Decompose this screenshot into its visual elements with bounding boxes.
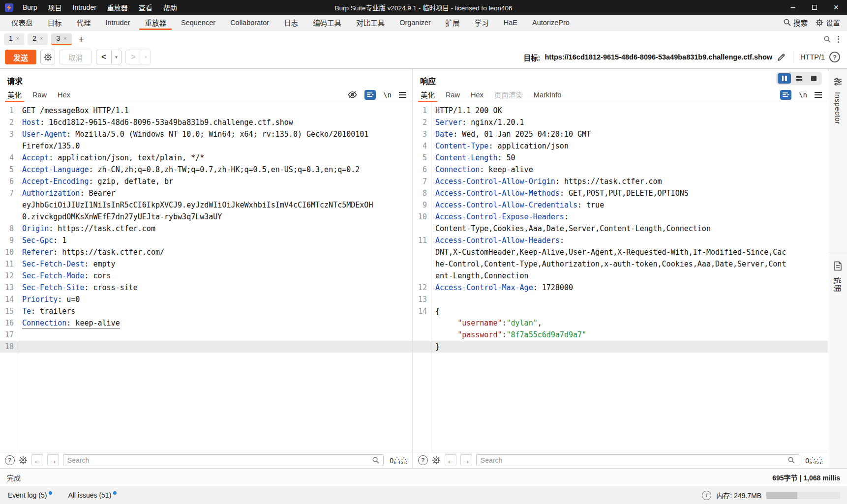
view-tab-美化[interactable]: 美化 — [415, 88, 440, 102]
show-newlines-icon[interactable]: \n — [383, 91, 392, 99]
line-number: 4 — [413, 140, 431, 152]
menu-item-Burp[interactable]: Burp — [17, 3, 43, 11]
code-line: 17 — [0, 329, 412, 341]
view-tab-Raw[interactable]: Raw — [440, 88, 465, 102]
main-tab-扩展[interactable]: 扩展 — [438, 15, 467, 30]
editor-menu-icon[interactable] — [399, 92, 406, 98]
view-tab-Raw[interactable]: Raw — [27, 88, 52, 102]
main-tab-Collaborator[interactable]: Collaborator — [223, 15, 276, 30]
code-line: 12Access-Control-Max-Age: 1728000 — [413, 282, 828, 294]
request-editor[interactable]: 1GET /messageBox HTTP/1.12Host: 16cd1812… — [0, 102, 412, 452]
close-tab-icon[interactable]: × — [40, 35, 43, 41]
line-content: Access-Control-Expose-Headers: — [431, 211, 828, 223]
repeater-tab-1[interactable]: 1× — [4, 33, 24, 45]
line-number — [413, 341, 431, 353]
close-button[interactable]: × — [825, 0, 847, 15]
history-forward-dropdown[interactable]: ▼ — [141, 50, 151, 64]
repeater-tab-2[interactable]: 2× — [28, 33, 48, 45]
minimize-button[interactable]: – — [782, 0, 804, 15]
maximize-button[interactable] — [804, 0, 825, 15]
show-newlines-icon[interactable]: \n — [799, 91, 807, 99]
next-match-button[interactable]: → — [460, 454, 472, 466]
info-icon[interactable]: i — [702, 491, 711, 500]
main-tab-Intruder[interactable]: Intruder — [98, 15, 138, 30]
main-tab-重放器[interactable]: 重放器 — [137, 15, 174, 30]
view-tab-MarkInfo[interactable]: MarkInfo — [528, 88, 567, 102]
add-tab-button[interactable]: + — [78, 34, 84, 44]
maximize-icon — [812, 5, 817, 10]
more-options-icon[interactable] — [838, 36, 839, 43]
inspector-collapsed-tab[interactable]: Inspector — [833, 69, 843, 252]
event-log-tab[interactable]: Event log (5) — [0, 486, 60, 504]
main-tab-仪表盘[interactable]: 仪表盘 — [4, 15, 40, 30]
http-version[interactable]: HTTP/1 — [800, 53, 825, 61]
menu-item-项目[interactable]: 项目 — [43, 2, 67, 12]
editor-menu-icon[interactable] — [815, 92, 822, 98]
response-editor[interactable]: 1HTTP/1.1 200 OK2Server: nginx/1.20.13Da… — [413, 102, 828, 452]
main-tab-Sequencer[interactable]: Sequencer — [174, 15, 223, 30]
notes-collapsed-tab[interactable]: 说明 — [833, 252, 843, 292]
request-search-input[interactable] — [67, 456, 372, 464]
repeater-tabs: 1×2×3× — [4, 33, 72, 45]
cancel-button[interactable]: 取消 — [59, 50, 92, 64]
repeater-tab-3[interactable]: 3× — [51, 33, 71, 45]
line-content: HTTP/1.1 200 OK — [431, 105, 828, 117]
close-tab-icon[interactable]: × — [16, 35, 19, 41]
layout-single-button[interactable] — [807, 73, 820, 84]
main-tab-AutorizePro[interactable]: AutorizePro — [525, 15, 577, 30]
settings-button[interactable]: 设置 — [816, 17, 840, 28]
close-tab-icon[interactable]: × — [63, 35, 66, 41]
all-issues-tab[interactable]: All issues (51) — [60, 486, 124, 504]
line-content: } — [431, 341, 828, 353]
send-button[interactable]: 发送 — [5, 50, 36, 64]
main-tab-Organizer[interactable]: Organizer — [392, 15, 438, 30]
line-number — [413, 317, 431, 329]
search-settings-gear-icon[interactable] — [19, 456, 28, 465]
history-back-dropdown[interactable]: ▼ — [111, 50, 121, 64]
main-tab-学习[interactable]: 学习 — [467, 15, 496, 30]
line-number: 11 — [413, 235, 431, 246]
pretty-print-icon[interactable] — [364, 90, 376, 100]
menu-item-帮助[interactable]: 帮助 — [158, 2, 182, 12]
view-tab-Hex[interactable]: Hex — [465, 88, 489, 102]
layout-rows-button[interactable] — [792, 73, 806, 84]
line-number: 16 — [0, 317, 18, 329]
prev-match-button[interactable]: ← — [445, 454, 456, 466]
search-help-icon[interactable]: ? — [418, 455, 428, 465]
menu-item-查看[interactable]: 查看 — [133, 2, 158, 12]
history-forward-button[interactable]: > — [126, 50, 141, 64]
main-tab-对比工具[interactable]: 对比工具 — [349, 15, 392, 30]
prev-match-button[interactable]: ← — [31, 454, 43, 466]
menu-item-Intruder[interactable]: Intruder — [67, 3, 102, 11]
history-back-button[interactable]: < — [96, 50, 111, 64]
help-icon[interactable]: ? — [829, 52, 840, 62]
view-tab-美化[interactable]: 美化 — [2, 88, 27, 102]
view-tab-Hex[interactable]: Hex — [52, 88, 76, 102]
menu-item-重放器[interactable]: 重放器 — [102, 2, 133, 12]
status-strip: 完成 695字节 | 1,068 millis — [0, 468, 847, 486]
next-match-button[interactable]: → — [47, 454, 59, 466]
search-settings-gear-icon[interactable] — [432, 456, 441, 465]
main-tab-编码工具[interactable]: 编码工具 — [305, 15, 349, 30]
response-search-input[interactable] — [481, 456, 788, 464]
main-tab-日志[interactable]: 日志 — [276, 15, 305, 30]
line-number: 14 — [413, 305, 431, 317]
line-content: Content-Length: 50 — [431, 152, 828, 164]
line-content: Priority: u=0 — [18, 294, 412, 305]
global-search-button[interactable]: 搜索 — [784, 17, 808, 28]
pretty-print-icon[interactable] — [780, 90, 791, 100]
search-help-icon[interactable]: ? — [5, 455, 15, 465]
code-line: he-Control,Content-Type,Authorization,x-… — [413, 258, 828, 270]
main-tab-HaE[interactable]: HaE — [496, 15, 525, 30]
hide-eye-icon[interactable] — [348, 91, 357, 98]
status-text: 完成 — [7, 473, 21, 482]
all-issues-notification-dot — [113, 491, 117, 495]
send-settings-button[interactable] — [40, 50, 55, 64]
tab-search-icon[interactable] — [824, 36, 831, 43]
edit-target-pencil-icon[interactable] — [777, 53, 786, 62]
main-tab-代理[interactable]: 代理 — [69, 15, 98, 30]
layout-columns-button[interactable] — [778, 73, 791, 84]
main-tab-目标[interactable]: 目标 — [40, 15, 69, 30]
view-tab-页面渲染[interactable]: 页面渲染 — [489, 88, 528, 102]
line-content: Access-Control-Allow-Headers: — [431, 235, 828, 246]
